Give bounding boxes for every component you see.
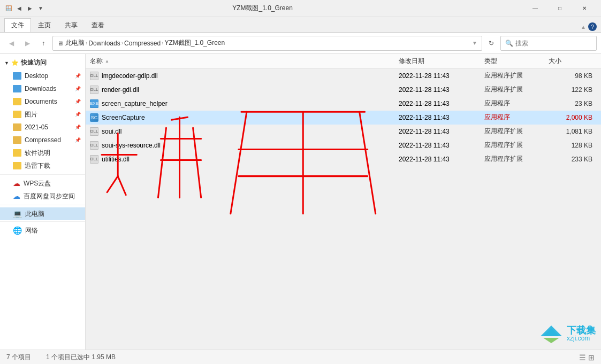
folder-icon: [13, 72, 21, 80]
sidebar-label-wps-cloud: WPS云盘: [24, 179, 51, 188]
main-layout: ▼ ⭐ 快速访问 Desktop 📌 Downloads 📌 Documents…: [0, 54, 601, 350]
table-row[interactable]: DLL render-gdi.dll 2022-11-28 11:43 应用程序…: [86, 83, 601, 97]
file-size: 2,000 KB: [549, 114, 597, 121]
sidebar-item-documents[interactable]: Documents 📌: [0, 95, 85, 108]
header-type[interactable]: 类型: [484, 57, 549, 66]
file-type: 应用程序: [484, 113, 549, 122]
sidebar-item-desktop[interactable]: Desktop 📌: [0, 69, 85, 82]
dll-icon: DLL: [90, 141, 98, 150]
forward-button[interactable]: ▶: [20, 36, 34, 50]
file-name-cell: DLL utilities.dll: [90, 155, 399, 164]
file-type: 应用程序扩展: [484, 71, 549, 80]
sidebar-label-baidu-cloud: 百度网盘同步空间: [24, 192, 75, 201]
window-controls: — □ ✕: [523, 0, 597, 17]
star-icon: ⭐: [11, 59, 19, 66]
table-row[interactable]: DLL soui.dll 2022-11-28 11:43 应用程序扩展 1,0…: [86, 125, 601, 138]
dll-icon: DLL: [90, 155, 98, 164]
table-row[interactable]: DLL soui-sys-resource.dll 2022-11-28 11:…: [86, 138, 601, 152]
tab-file[interactable]: 文件: [4, 18, 31, 32]
collapse-ribbon-btn[interactable]: ▲: [581, 24, 586, 30]
file-size: 1,081 KB: [549, 128, 597, 135]
window-title: YZM截图_1.0_Green: [2, 4, 523, 13]
table-row[interactable]: DLL utilities.dll 2022-11-28 11:43 应用程序扩…: [86, 152, 601, 166]
file-list: DLL imgdecoder-gdip.dll 2022-11-28 11:43…: [86, 69, 601, 350]
file-list-header[interactable]: 名称 ▲ 修改日期 类型 大小: [86, 54, 601, 69]
back-button[interactable]: ◀: [4, 36, 18, 50]
file-type: 应用程序: [484, 99, 549, 108]
refresh-button[interactable]: ↻: [484, 36, 498, 50]
watermark-text-container: 下载集 xzji.com: [567, 326, 596, 342]
folder-download-icon: [13, 85, 21, 92]
header-name[interactable]: 名称 ▲: [90, 57, 399, 66]
header-date[interactable]: 修改日期: [399, 57, 484, 66]
sidebar-item-wps-cloud[interactable]: ☁ WPS云盘: [0, 177, 85, 190]
folder-docs-icon: [13, 98, 21, 105]
file-name: screen_capture_helper: [102, 100, 168, 107]
sidebar-item-software[interactable]: 软件说明: [0, 146, 85, 159]
header-size[interactable]: 大小: [549, 57, 597, 66]
breadcrumb-current[interactable]: YZM截图_1.0_Green: [164, 38, 225, 48]
file-name: imgdecoder-gdip.dll: [102, 72, 158, 80]
file-content-area: 名称 ▲ 修改日期 类型 大小 DLL imgdecoder-gdip.dll …: [86, 54, 601, 350]
watermark-domain: xzji.com: [567, 335, 596, 342]
address-dropdown-btn[interactable]: ▼: [472, 40, 477, 46]
sidebar-item-network[interactable]: 🌐 网络: [0, 224, 85, 237]
item-count: 7 个项目: [6, 353, 31, 362]
list-view-button[interactable]: ☰: [579, 353, 586, 362]
help-button[interactable]: ?: [588, 22, 597, 31]
file-date: 2022-11-28 11:43: [399, 100, 484, 107]
file-name: soui-sys-resource.dll: [102, 142, 161, 149]
exe-icon: EXE: [90, 99, 98, 108]
sidebar-item-pictures[interactable]: 图片 📌: [0, 108, 85, 121]
tab-home[interactable]: 主页: [31, 18, 58, 32]
sidebar-item-downloads[interactable]: Downloads 📌: [0, 82, 85, 95]
sidebar-label-desktop: Desktop: [25, 72, 48, 80]
breadcrumb: 此电脑 › Downloads › Compressed › YZM截图_1.0…: [65, 38, 225, 48]
baidu-cloud-icon: ☁: [13, 192, 20, 200]
file-date: 2022-11-28 11:43: [399, 128, 484, 135]
folder-pictures-icon: [13, 111, 21, 118]
folder-compressed-icon: [13, 136, 21, 144]
pin-icon-2: 📌: [75, 86, 81, 91]
sidebar-item-compressed[interactable]: Compressed 📌: [0, 134, 85, 146]
file-date: 2022-11-28 11:43: [399, 72, 484, 80]
dll-icon: DLL: [90, 86, 98, 94]
file-type-icon: EXE: [90, 99, 98, 108]
file-date: 2022-11-28 11:43: [399, 142, 484, 149]
sidebar-label-pictures: 图片: [25, 110, 37, 119]
sidebar-item-2021-05[interactable]: 2021-05 📌: [0, 121, 85, 134]
sidebar-item-thunder[interactable]: 迅雷下载: [0, 159, 85, 172]
breadcrumb-this-pc[interactable]: 此电脑: [65, 38, 85, 48]
grid-view-button[interactable]: ⊞: [588, 353, 595, 362]
view-controls: ☰ ⊞: [579, 353, 595, 362]
file-type-icon: DLL: [90, 127, 98, 136]
folder-thunder-icon: [13, 162, 21, 169]
table-row[interactable]: EXE screen_capture_helper 2022-11-28 11:…: [86, 97, 601, 111]
table-row[interactable]: SC ScreenCapture 2022-11-28 11:43 应用程序 2…: [86, 111, 601, 125]
tab-view[interactable]: 查看: [85, 18, 111, 32]
file-name-cell: DLL imgdecoder-gdip.dll: [90, 72, 399, 80]
breadcrumb-downloads[interactable]: Downloads: [88, 40, 120, 47]
pin-icon-6: 📌: [75, 137, 81, 143]
sidebar-label-software: 软件说明: [25, 149, 50, 158]
search-bar[interactable]: 🔍: [500, 36, 597, 51]
sidebar-item-baidu-cloud[interactable]: ☁ 百度网盘同步空间: [0, 190, 85, 203]
search-input[interactable]: [515, 40, 592, 47]
file-name-cell: SC ScreenCapture: [90, 113, 399, 122]
minimize-button[interactable]: —: [523, 0, 547, 17]
maximize-button[interactable]: □: [547, 0, 572, 17]
quick-access-section[interactable]: ▼ ⭐ 快速访问: [0, 56, 85, 69]
up-button[interactable]: ↑: [36, 36, 50, 50]
address-bar[interactable]: 🖥 此电脑 › Downloads › Compressed › YZM截图_1…: [52, 36, 482, 51]
close-button[interactable]: ✕: [572, 0, 597, 17]
ribbon: 文件 主页 共享 查看 ▲ ?: [0, 17, 601, 33]
watermark-logo: [538, 323, 565, 344]
sidebar-item-this-pc[interactable]: 💻 此电脑: [0, 207, 85, 220]
file-name-cell: EXE screen_capture_helper: [90, 99, 399, 108]
tab-share[interactable]: 共享: [58, 18, 85, 32]
chevron-down-icon: ▼: [4, 60, 9, 66]
breadcrumb-compressed[interactable]: Compressed: [124, 40, 161, 47]
file-size: 233 KB: [549, 156, 597, 163]
file-type-icon: DLL: [90, 141, 98, 150]
table-row[interactable]: DLL imgdecoder-gdip.dll 2022-11-28 11:43…: [86, 69, 601, 83]
